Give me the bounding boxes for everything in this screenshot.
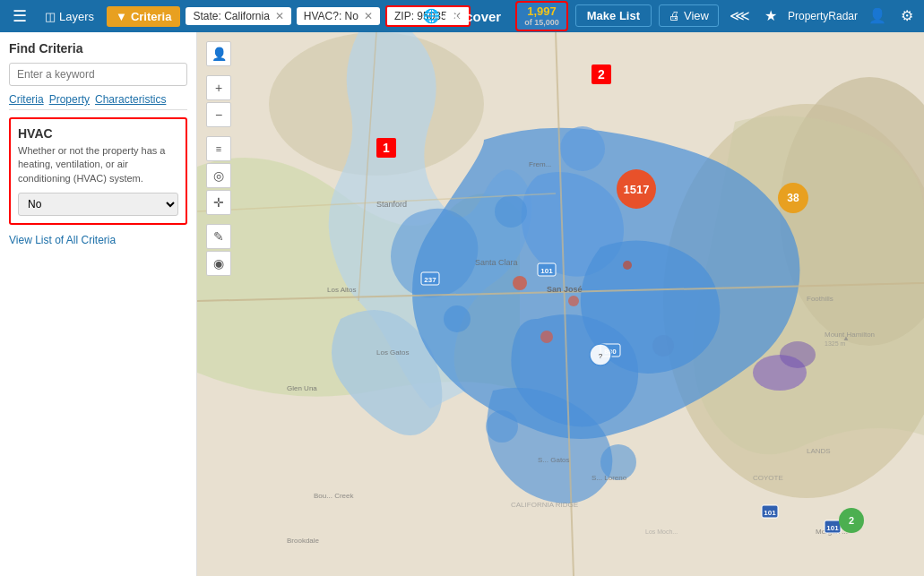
hvac-title: HVAC [18, 126, 178, 141]
svg-point-6 [652, 335, 674, 357]
svg-point-7 [486, 410, 518, 443]
criteria-label: Criteria [131, 10, 172, 23]
left-panel: Find Criteria Criteria Property Characte… [0, 32, 197, 576]
zoom-out-button[interactable]: − [206, 102, 231, 127]
nav-right-section: 1,997 of 15,000 Make List 🖨 View ⋘ ★ Pro… [515, 1, 917, 31]
filter-tag-state-close[interactable]: ✕ [275, 10, 284, 22]
find-criteria-title: Find Criteria [9, 41, 187, 56]
svg-point-8 [560, 126, 605, 171]
tab-characteristics[interactable]: Characteristics [95, 93, 166, 106]
svg-text:▲: ▲ [842, 334, 850, 342]
star-button[interactable]: ★ [761, 5, 781, 26]
svg-text:Stanford: Stanford [376, 200, 407, 209]
svg-text:?: ? [599, 352, 603, 360]
hvac-select[interactable]: No Yes Unknown [18, 193, 178, 216]
layers-label: Layers [59, 10, 94, 23]
eye-icon[interactable]: ◉ [206, 251, 231, 276]
share-button[interactable]: ⋘ [726, 5, 754, 26]
top-navigation: ☰ ◫ Layers ▼ Criteria State: California … [0, 0, 924, 32]
annotation-2: 2 [592, 64, 611, 84]
svg-point-12 [623, 261, 632, 270]
filter-tag-hvac-label: HVAC?: No [304, 10, 358, 22]
svg-point-4 [444, 305, 471, 332]
svg-text:Los Moch...: Los Moch... [645, 529, 678, 535]
filter-tag-hvac-close[interactable]: ✕ [364, 10, 373, 22]
view-all-criteria-link[interactable]: View List of All Criteria [9, 234, 187, 246]
count-main: 1,997 [527, 4, 557, 18]
hvac-criteria-box: HVAC Whether or not the property has a h… [9, 117, 187, 225]
result-count-badge: 1,997 of 15,000 [515, 1, 568, 31]
map-svg: 237 101 880 ? Stanford Los Altos Santa C… [197, 32, 924, 576]
make-list-button[interactable]: Make List [575, 4, 652, 27]
keyword-search-input[interactable] [9, 63, 187, 86]
location-icon[interactable]: ◎ [206, 163, 231, 188]
svg-text:S... Gatos: S... Gatos [538, 456, 570, 464]
layers-button[interactable]: ◫ Layers [38, 6, 101, 27]
layers-icon: ◫ [45, 10, 56, 23]
svg-text:San José: San José [547, 285, 583, 294]
filter-tag-hvac: HVAC?: No ✕ [297, 7, 380, 25]
pencil-icon[interactable]: ✎ [206, 224, 231, 249]
svg-text:Frem...: Frem... [529, 160, 551, 168]
map-container[interactable]: 237 101 880 ? Stanford Los Altos Santa C… [197, 32, 924, 576]
cluster-marker-2[interactable]: 2 [839, 508, 864, 533]
criteria-button[interactable]: ▼ Criteria [107, 6, 180, 27]
svg-text:Los Gatos: Los Gatos [376, 348, 409, 357]
criteria-tabs: Criteria Property Characteristics [9, 93, 187, 110]
cluster-value-38: 38 [787, 192, 799, 204]
svg-text:CALIFORNIA RIDGE: CALIFORNIA RIDGE [511, 501, 578, 509]
app-title: 🌐 Discover [423, 8, 501, 24]
annotation-1: 1 [376, 138, 396, 158]
svg-point-11 [568, 296, 579, 306]
view-label: View [684, 9, 709, 22]
svg-text:101: 101 [764, 509, 776, 517]
map-background[interactable]: 237 101 880 ? Stanford Los Altos Santa C… [197, 32, 924, 576]
cluster-value-1517: 1517 [624, 183, 650, 196]
view-button[interactable]: 🖨 View [659, 4, 719, 27]
svg-text:LANDS: LANDS [807, 447, 831, 455]
hamburger-menu-icon[interactable]: ☰ [7, 3, 32, 30]
svg-text:Santa Clara: Santa Clara [475, 258, 518, 267]
svg-text:S... Loreno: S... Loreno [592, 474, 627, 482]
globe-icon: 🌐 [423, 8, 440, 24]
user-label: PropertyRadar [788, 10, 858, 22]
layers-map-icon[interactable]: ≡ [206, 136, 231, 161]
svg-point-13 [540, 331, 553, 343]
count-sub: of 15,000 [524, 18, 559, 28]
view-icon: 🖨 [669, 9, 680, 22]
hvac-description: Whether or not the property has a heatin… [18, 144, 178, 185]
svg-text:101: 101 [826, 524, 839, 532]
zoom-in-button[interactable]: + [206, 75, 231, 100]
settings-icon[interactable]: ⚙ [897, 5, 917, 26]
svg-point-15 [780, 341, 816, 368]
tab-criteria[interactable]: Criteria [9, 93, 44, 106]
person-icon-btn[interactable]: 👤 [206, 41, 231, 66]
svg-text:Los Altos: Los Altos [327, 286, 356, 294]
svg-text:Brookdale: Brookdale [287, 537, 320, 545]
filter-tag-state: State: California ✕ [186, 7, 290, 25]
svg-text:Mount Hamilton: Mount Hamilton [825, 331, 875, 339]
filter-tag-state-label: State: California [193, 10, 269, 22]
svg-point-9 [495, 195, 527, 228]
filter-icon: ▼ [116, 10, 127, 23]
svg-text:Foothills: Foothills [807, 295, 833, 303]
user-icon[interactable]: 👤 [865, 5, 890, 26]
crosshair-icon[interactable]: ✛ [206, 190, 231, 215]
main-layout: Find Criteria Criteria Property Characte… [0, 32, 924, 576]
map-controls: 👤 + − ≡ ◎ ✛ ✎ ◉ [206, 41, 231, 276]
cluster-marker-1517[interactable]: 1517 [617, 169, 656, 209]
svg-text:101: 101 [540, 267, 553, 275]
svg-text:Bou... Creek: Bou... Creek [314, 492, 354, 500]
svg-text:COYOTE: COYOTE [753, 474, 783, 482]
svg-text:237: 237 [424, 276, 436, 284]
tab-property[interactable]: Property [49, 93, 90, 106]
cluster-value-2: 2 [849, 515, 854, 526]
svg-point-10 [513, 276, 527, 290]
cluster-marker-38[interactable]: 38 [778, 183, 808, 213]
svg-text:Glen Una: Glen Una [287, 384, 317, 392]
